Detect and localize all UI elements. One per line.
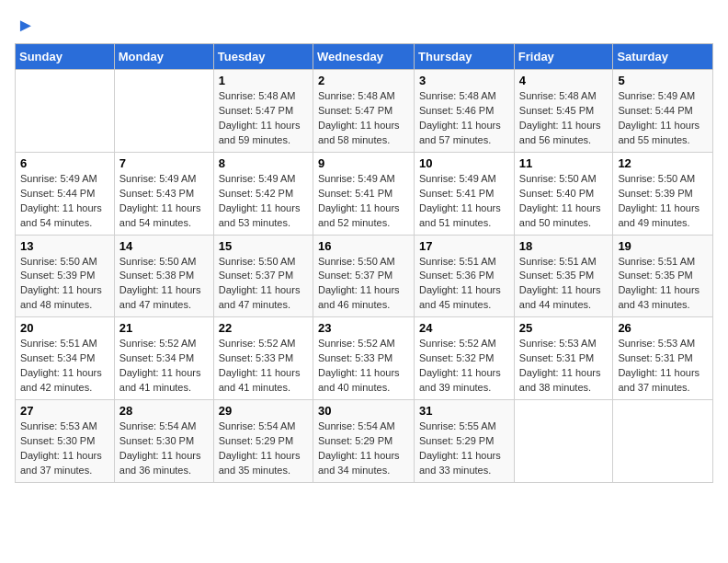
day-number: 28 bbox=[119, 404, 209, 418]
header-cell-wednesday: Wednesday bbox=[313, 44, 414, 70]
calendar-cell: 2Sunrise: 5:48 AMSunset: 5:47 PMDaylight… bbox=[313, 70, 414, 153]
calendar-week-row: 6Sunrise: 5:49 AMSunset: 5:44 PMDaylight… bbox=[16, 152, 713, 235]
day-number: 1 bbox=[219, 74, 308, 87]
day-sun-info: Sunrise: 5:53 AMSunset: 5:31 PMDaylight:… bbox=[618, 337, 708, 396]
day-number: 31 bbox=[419, 404, 509, 418]
header-cell-sunday: Sunday bbox=[16, 44, 115, 70]
day-number: 29 bbox=[219, 404, 308, 418]
calendar-cell: 20Sunrise: 5:51 AMSunset: 5:34 PMDayligh… bbox=[16, 317, 115, 400]
calendar-cell: 10Sunrise: 5:49 AMSunset: 5:41 PMDayligh… bbox=[415, 152, 515, 235]
day-sun-info: Sunrise: 5:51 AMSunset: 5:35 PMDaylight:… bbox=[519, 255, 609, 314]
day-sun-info: Sunrise: 5:48 AMSunset: 5:47 PMDaylight:… bbox=[219, 89, 308, 148]
day-number: 22 bbox=[219, 321, 308, 335]
day-sun-info: Sunrise: 5:54 AMSunset: 5:29 PMDaylight:… bbox=[219, 419, 308, 478]
day-number: 16 bbox=[318, 239, 409, 253]
day-sun-info: Sunrise: 5:49 AMSunset: 5:44 PMDaylight:… bbox=[20, 172, 109, 231]
logo-bird-icon: ► bbox=[17, 15, 35, 36]
calendar-cell: 28Sunrise: 5:54 AMSunset: 5:30 PMDayligh… bbox=[114, 400, 213, 483]
day-number: 17 bbox=[419, 239, 509, 253]
calendar-cell: 26Sunrise: 5:53 AMSunset: 5:31 PMDayligh… bbox=[613, 317, 713, 400]
logo: ► bbox=[15, 15, 35, 32]
calendar-cell: 16Sunrise: 5:50 AMSunset: 5:37 PMDayligh… bbox=[313, 235, 414, 317]
day-sun-info: Sunrise: 5:50 AMSunset: 5:40 PMDaylight:… bbox=[519, 172, 609, 231]
calendar-cell: 24Sunrise: 5:52 AMSunset: 5:32 PMDayligh… bbox=[415, 317, 515, 400]
calendar-cell: 12Sunrise: 5:50 AMSunset: 5:39 PMDayligh… bbox=[613, 152, 713, 235]
calendar-cell: 11Sunrise: 5:50 AMSunset: 5:40 PMDayligh… bbox=[514, 152, 613, 235]
header-cell-monday: Monday bbox=[114, 44, 213, 70]
day-sun-info: Sunrise: 5:48 AMSunset: 5:45 PMDaylight:… bbox=[519, 89, 609, 148]
day-number: 5 bbox=[618, 74, 708, 87]
day-sun-info: Sunrise: 5:53 AMSunset: 5:30 PMDaylight:… bbox=[20, 419, 109, 478]
calendar-header: SundayMondayTuesdayWednesdayThursdayFrid… bbox=[16, 44, 713, 70]
day-number: 30 bbox=[318, 404, 409, 418]
day-sun-info: Sunrise: 5:54 AMSunset: 5:29 PMDaylight:… bbox=[318, 419, 409, 478]
calendar-cell: 18Sunrise: 5:51 AMSunset: 5:35 PMDayligh… bbox=[514, 235, 613, 317]
calendar-cell: 13Sunrise: 5:50 AMSunset: 5:39 PMDayligh… bbox=[16, 235, 115, 317]
day-sun-info: Sunrise: 5:50 AMSunset: 5:39 PMDaylight:… bbox=[20, 255, 109, 314]
day-number: 13 bbox=[20, 239, 109, 253]
calendar-cell: 31Sunrise: 5:55 AMSunset: 5:29 PMDayligh… bbox=[415, 400, 515, 483]
day-number: 14 bbox=[119, 239, 209, 253]
day-sun-info: Sunrise: 5:54 AMSunset: 5:30 PMDaylight:… bbox=[119, 419, 209, 478]
header-row: SundayMondayTuesdayWednesdayThursdayFrid… bbox=[16, 44, 713, 70]
day-sun-info: Sunrise: 5:51 AMSunset: 5:36 PMDaylight:… bbox=[419, 255, 509, 314]
day-sun-info: Sunrise: 5:51 AMSunset: 5:35 PMDaylight:… bbox=[618, 255, 708, 314]
calendar-cell: 8Sunrise: 5:49 AMSunset: 5:42 PMDaylight… bbox=[213, 152, 313, 235]
day-number: 21 bbox=[119, 321, 209, 335]
calendar-cell: 6Sunrise: 5:49 AMSunset: 5:44 PMDaylight… bbox=[16, 152, 115, 235]
day-number: 6 bbox=[20, 156, 109, 170]
day-sun-info: Sunrise: 5:52 AMSunset: 5:32 PMDaylight:… bbox=[419, 337, 509, 396]
day-sun-info: Sunrise: 5:50 AMSunset: 5:37 PMDaylight:… bbox=[318, 255, 409, 314]
calendar-cell: 25Sunrise: 5:53 AMSunset: 5:31 PMDayligh… bbox=[514, 317, 613, 400]
calendar-cell: 27Sunrise: 5:53 AMSunset: 5:30 PMDayligh… bbox=[16, 400, 115, 483]
calendar-week-row: 27Sunrise: 5:53 AMSunset: 5:30 PMDayligh… bbox=[16, 400, 713, 483]
day-number: 20 bbox=[20, 321, 109, 335]
calendar-cell: 17Sunrise: 5:51 AMSunset: 5:36 PMDayligh… bbox=[415, 235, 515, 317]
day-number: 9 bbox=[318, 156, 409, 170]
calendar-cell: 5Sunrise: 5:49 AMSunset: 5:44 PMDaylight… bbox=[613, 70, 713, 153]
calendar-body: 1Sunrise: 5:48 AMSunset: 5:47 PMDaylight… bbox=[16, 70, 713, 483]
day-sun-info: Sunrise: 5:48 AMSunset: 5:46 PMDaylight:… bbox=[419, 89, 509, 148]
day-number: 2 bbox=[318, 74, 409, 87]
calendar-table: SundayMondayTuesdayWednesdayThursdayFrid… bbox=[15, 43, 713, 483]
page-header: ► bbox=[15, 15, 713, 32]
calendar-cell bbox=[613, 400, 713, 483]
header-cell-saturday: Saturday bbox=[613, 44, 713, 70]
calendar-cell: 3Sunrise: 5:48 AMSunset: 5:46 PMDaylight… bbox=[415, 70, 515, 153]
day-sun-info: Sunrise: 5:50 AMSunset: 5:38 PMDaylight:… bbox=[119, 255, 209, 314]
day-number: 27 bbox=[20, 404, 109, 418]
calendar-cell: 1Sunrise: 5:48 AMSunset: 5:47 PMDaylight… bbox=[213, 70, 313, 153]
calendar-cell bbox=[514, 400, 613, 483]
calendar-week-row: 20Sunrise: 5:51 AMSunset: 5:34 PMDayligh… bbox=[16, 317, 713, 400]
calendar-cell: 21Sunrise: 5:52 AMSunset: 5:34 PMDayligh… bbox=[114, 317, 213, 400]
calendar-cell: 30Sunrise: 5:54 AMSunset: 5:29 PMDayligh… bbox=[313, 400, 414, 483]
calendar-week-row: 1Sunrise: 5:48 AMSunset: 5:47 PMDaylight… bbox=[16, 70, 713, 153]
day-sun-info: Sunrise: 5:50 AMSunset: 5:37 PMDaylight:… bbox=[219, 255, 308, 314]
day-number: 12 bbox=[618, 156, 708, 170]
day-number: 24 bbox=[419, 321, 509, 335]
calendar-cell: 7Sunrise: 5:49 AMSunset: 5:43 PMDaylight… bbox=[114, 152, 213, 235]
day-number: 19 bbox=[618, 239, 708, 253]
day-number: 10 bbox=[419, 156, 509, 170]
day-number: 3 bbox=[419, 74, 509, 87]
day-sun-info: Sunrise: 5:49 AMSunset: 5:44 PMDaylight:… bbox=[618, 89, 708, 148]
calendar-cell: 23Sunrise: 5:52 AMSunset: 5:33 PMDayligh… bbox=[313, 317, 414, 400]
day-sun-info: Sunrise: 5:49 AMSunset: 5:41 PMDaylight:… bbox=[419, 172, 509, 231]
day-number: 7 bbox=[119, 156, 209, 170]
day-sun-info: Sunrise: 5:48 AMSunset: 5:47 PMDaylight:… bbox=[318, 89, 409, 148]
calendar-cell: 19Sunrise: 5:51 AMSunset: 5:35 PMDayligh… bbox=[613, 235, 713, 317]
day-sun-info: Sunrise: 5:50 AMSunset: 5:39 PMDaylight:… bbox=[618, 172, 708, 231]
calendar-cell bbox=[16, 70, 115, 153]
day-sun-info: Sunrise: 5:55 AMSunset: 5:29 PMDaylight:… bbox=[419, 419, 509, 478]
day-sun-info: Sunrise: 5:49 AMSunset: 5:43 PMDaylight:… bbox=[119, 172, 209, 231]
day-number: 23 bbox=[318, 321, 409, 335]
day-number: 18 bbox=[519, 239, 609, 253]
day-sun-info: Sunrise: 5:51 AMSunset: 5:34 PMDaylight:… bbox=[20, 337, 109, 396]
calendar-week-row: 13Sunrise: 5:50 AMSunset: 5:39 PMDayligh… bbox=[16, 235, 713, 317]
calendar-cell: 14Sunrise: 5:50 AMSunset: 5:38 PMDayligh… bbox=[114, 235, 213, 317]
day-number: 26 bbox=[618, 321, 708, 335]
calendar-cell: 29Sunrise: 5:54 AMSunset: 5:29 PMDayligh… bbox=[213, 400, 313, 483]
day-number: 15 bbox=[219, 239, 308, 253]
header-cell-friday: Friday bbox=[514, 44, 613, 70]
calendar-cell: 4Sunrise: 5:48 AMSunset: 5:45 PMDaylight… bbox=[514, 70, 613, 153]
